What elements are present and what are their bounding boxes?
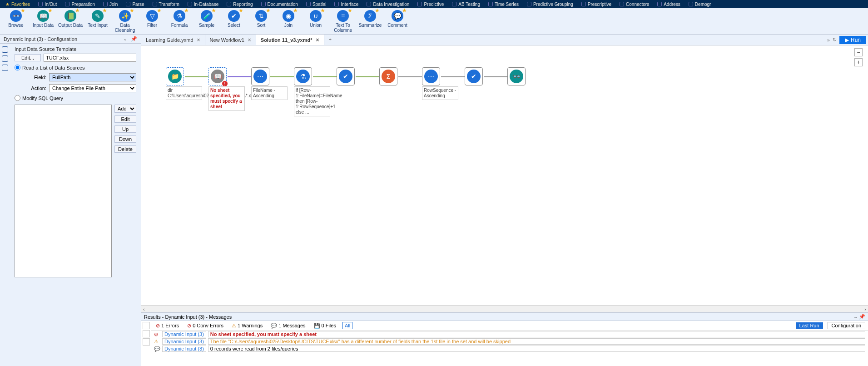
gear-icon[interactable] <box>2 46 8 53</box>
delete-clause-button[interactable]: Delete <box>114 145 136 153</box>
ribbon-tab-connectors[interactable]: Connectors <box>616 2 653 7</box>
node-select2[interactable]: ✔ <box>465 67 483 85</box>
add-clause-button[interactable]: Add <box>114 105 136 113</box>
ribbon-tab-label: Favorites <box>11 2 30 7</box>
tool-text-to-columns[interactable]: ★≡Text To Columns <box>330 9 356 33</box>
ribbon-tab-predictivegrouping[interactable]: Predictive Grouping <box>523 2 577 7</box>
ribbon-tab-address[interactable]: Address <box>654 2 684 7</box>
tool-filter[interactable]: ★▽Filter <box>139 9 165 28</box>
results-view-icon[interactable] <box>143 330 150 337</box>
template-path-input[interactable] <box>44 54 136 62</box>
result-source: Dynamic Input (3) <box>162 346 206 352</box>
ribbon-tab-label: Documentation <box>268 2 298 7</box>
sql-clause-listbox[interactable] <box>15 105 112 277</box>
tool-sort[interactable]: ★⇅Sort <box>248 9 274 28</box>
tool-comment[interactable]: ★💬Comment <box>384 9 411 28</box>
result-row[interactable]: ⚠ Dynamic Input (3) The file "C:\Users\a… <box>151 338 868 345</box>
action-select[interactable]: Change Entire File Path <box>49 84 136 92</box>
tool-browse[interactable]: ★👓Browse <box>3 9 29 28</box>
new-tab-button[interactable]: + <box>324 35 336 45</box>
nav-icon[interactable] <box>2 55 8 62</box>
history-icon[interactable]: ↻ <box>833 37 837 43</box>
ribbon-tab-abtesting[interactable]: AB Testing <box>448 2 484 7</box>
workflow-tab[interactable]: Learning Guide.yxmd× <box>141 35 205 45</box>
modify-sql-radio[interactable] <box>15 95 20 101</box>
node-sort[interactable]: ⋯ FileName - Ascending <box>251 67 288 100</box>
close-icon[interactable]: × <box>316 37 319 43</box>
ribbon-tab-inout[interactable]: In/Out <box>35 2 60 7</box>
tool-select[interactable]: ★✔Select <box>221 9 247 28</box>
ribbon-tab-label: Predictive Grouping <box>533 2 573 7</box>
tool-formula[interactable]: ★⚗Formula <box>166 9 193 28</box>
filter-conv-errors[interactable]: ⊘0 Conv Errors <box>185 322 225 329</box>
result-message: The file "C:\Users\aqureshi025\Desktop\U… <box>208 338 865 345</box>
field-select[interactable]: FullPath <box>49 73 136 81</box>
tool-union[interactable]: ★∪Union <box>303 9 329 28</box>
canvas-horizontal-scrollbar[interactable]: ‹› <box>141 305 868 312</box>
results-view-icon[interactable] <box>143 338 150 346</box>
ribbon-tab-timeseries[interactable]: Time Series <box>485 2 522 7</box>
filter-messages[interactable]: 💬1 Messages <box>269 322 307 329</box>
tool-join[interactable]: ★◉Join <box>275 9 302 28</box>
chevron-down-icon[interactable]: ⌄ <box>123 36 127 42</box>
node-directory[interactable]: 📁 dir C:\Users\aqureshi025\Desktop\UCITS… <box>166 67 202 100</box>
ribbon-tab-interface[interactable]: Interface <box>331 2 362 7</box>
configuration-panel: Dynamic Input (3) - Configuration ⌄ 📌 In… <box>0 35 141 366</box>
ribbon-tab-preparation[interactable]: Preparation <box>61 2 99 7</box>
ribbon-tab-indatabase[interactable]: In-Database <box>184 2 222 7</box>
ribbon-tab-datainvestigation[interactable]: Data Investigation <box>363 2 413 7</box>
workflow-canvas[interactable]: − + 📁 dir C:\Users\aqureshi025\Desktop\U… <box>141 45 868 305</box>
ribbon-tab-label: In-Database <box>194 2 218 7</box>
ribbon-tab-demographic[interactable]: Demogr <box>685 2 715 7</box>
filter-warnings[interactable]: ⚠1 Warnings <box>230 322 264 329</box>
results-view-icon[interactable] <box>143 322 150 329</box>
pin-icon[interactable]: 📌 <box>859 314 865 319</box>
edit-clause-button[interactable]: Edit <box>114 115 136 123</box>
results-config-chip[interactable]: Configuration <box>828 322 865 329</box>
results-side-icons <box>141 321 151 366</box>
last-run-chip[interactable]: Last Run <box>796 322 823 329</box>
result-message: 0 records were read from 2 files/queries <box>208 346 865 352</box>
ribbon-tab-parse[interactable]: Parse <box>122 2 148 7</box>
ribbon-tab-documentation[interactable]: Documentation <box>258 2 302 7</box>
down-clause-button[interactable]: Down <box>114 135 136 143</box>
ribbon-tab-predictive[interactable]: Predictive <box>414 2 447 7</box>
node-select[interactable]: ✔ <box>337 67 355 85</box>
pin-icon[interactable]: 📌 <box>131 36 137 42</box>
workflow-tab[interactable]: New Workflow1× <box>205 35 256 45</box>
filter-all[interactable]: All <box>342 322 352 329</box>
up-clause-button[interactable]: Up <box>114 125 136 133</box>
tool-sample[interactable]: ★🧪Sample <box>193 9 220 28</box>
tool-output-data[interactable]: ★📗Output Data <box>57 9 84 28</box>
overflow-icon[interactable]: » <box>827 37 830 43</box>
node-dynamic-input[interactable]: 📖! No sheet specified, you must specify … <box>208 67 245 111</box>
chevron-down-icon[interactable]: ⌄ <box>853 314 858 319</box>
node-summarize[interactable]: Σ <box>379 67 397 85</box>
results-message-list: ⊘ Dynamic Input (3) No sheet specified, … <box>151 331 868 366</box>
ribbon-tab-join[interactable]: Join <box>99 2 121 7</box>
ribbon-tab-transform[interactable]: Transform <box>149 2 183 7</box>
node-browse[interactable]: 👓 <box>507 67 526 85</box>
filter-errors[interactable]: ⊘1 Errors <box>154 322 181 329</box>
close-icon[interactable]: × <box>248 37 251 43</box>
ribbon-tab-spatial[interactable]: Spatial <box>303 2 330 7</box>
annotation-icon[interactable] <box>2 65 8 71</box>
tool-data-cleansing[interactable]: ★✨Data Cleansing <box>112 9 138 33</box>
run-button[interactable]: ▶ Run <box>839 36 866 44</box>
node-multirow-formula[interactable]: ⚗ if [Row-1:FileName]=FileName then [Row… <box>294 67 330 116</box>
read-list-radio[interactable] <box>15 65 20 70</box>
tool-input-data[interactable]: ★📖Input Data <box>30 9 56 28</box>
ribbon-tab-reporting[interactable]: Reporting <box>223 2 256 7</box>
filter-files[interactable]: 💾0 Files <box>312 322 338 329</box>
ribbon-tab-prescriptive[interactable]: Prescriptive <box>578 2 615 7</box>
tool-summarize[interactable]: ★ΣSummarize <box>357 9 383 28</box>
result-row[interactable]: 💬 Dynamic Input (3) 0 records were read … <box>151 345 868 352</box>
tool-text-input[interactable]: ★✎Text Input <box>84 9 111 28</box>
ribbon-tab-label: Spatial <box>312 2 327 7</box>
edit-template-button[interactable]: Edit... <box>15 54 41 61</box>
result-row[interactable]: ⊘ Dynamic Input (3) No sheet specified, … <box>151 331 868 338</box>
ribbon-tab-favorites[interactable]: ★Favorites <box>2 2 34 7</box>
node-sort2[interactable]: ⋯ RowSequence - Ascending <box>422 67 458 100</box>
workflow-tab-active[interactable]: Solution 11_v3.yxmd*× <box>256 35 324 45</box>
close-icon[interactable]: × <box>197 37 200 43</box>
